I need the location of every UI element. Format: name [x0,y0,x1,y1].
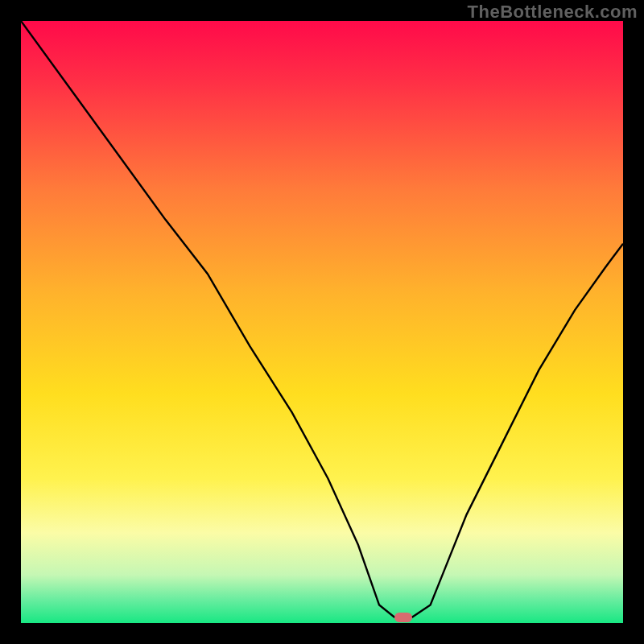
curve-svg [21,21,623,623]
chart-container: TheBottleneck.com [0,0,644,644]
bottleneck-curve-line [21,21,623,617]
plot-area [21,21,623,623]
optimal-point-marker [394,613,412,622]
watermark-text: TheBottleneck.com [468,2,638,23]
